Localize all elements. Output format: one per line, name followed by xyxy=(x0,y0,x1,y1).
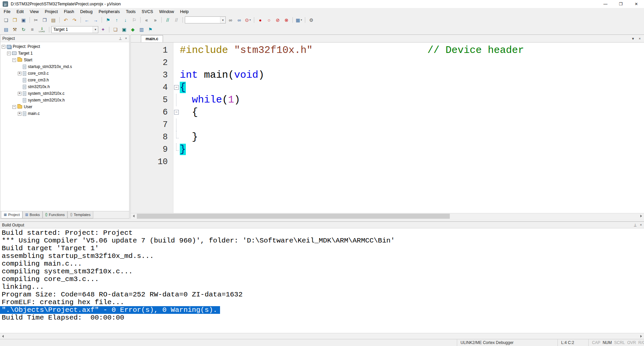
tree-item-project-project[interactable]: −Project: Project xyxy=(0,43,129,50)
editor-close-icon[interactable]: × xyxy=(639,37,641,41)
scroll-right-icon[interactable] xyxy=(638,333,644,339)
menu-view[interactable]: View xyxy=(27,9,42,15)
chevron-down-icon[interactable]: ▾ xyxy=(220,17,225,23)
pin-icon[interactable]: ⊤ xyxy=(634,223,637,227)
code-line-5[interactable]: 5 while(1) xyxy=(131,94,644,106)
insert-flag-button[interactable]: ⚑ xyxy=(146,26,154,33)
collapse-icon[interactable]: − xyxy=(12,58,16,62)
code-line-6[interactable]: 6− { xyxy=(131,106,644,119)
download-button[interactable]: ⇓LOAD xyxy=(37,26,47,33)
undo-button[interactable]: ↶ xyxy=(62,16,70,24)
code-line-10[interactable]: 10 xyxy=(131,156,644,168)
pin-icon[interactable]: ⊤ xyxy=(119,36,122,41)
build-output-hscrollbar[interactable] xyxy=(0,333,644,339)
scroll-left-icon[interactable] xyxy=(0,333,6,339)
target-select[interactable]: Target 1▾ xyxy=(51,26,98,33)
tab-main-c[interactable]: main.c xyxy=(141,35,163,42)
batch-build-button[interactable]: ≡ xyxy=(28,26,36,33)
tree-item-stm32f10x-h[interactable]: stm32f10x.h xyxy=(0,83,129,90)
new-file-button[interactable]: ❏ xyxy=(2,16,10,24)
manage-project-items-button[interactable]: ❏ xyxy=(111,26,119,33)
code-area[interactable]: 1#include "stm32f10x.h" // Device header… xyxy=(131,43,644,213)
menu-window[interactable]: Window xyxy=(156,9,177,15)
insert-remove-breakpoint-button[interactable]: ● xyxy=(256,16,264,24)
toggle-bookmark-button[interactable]: ⚑ xyxy=(104,16,112,24)
uncomment-selection-button[interactable]: // xyxy=(172,16,180,24)
manage-rte-button[interactable]: ◆ xyxy=(129,26,137,33)
menu-file[interactable]: File xyxy=(1,9,13,15)
menu-flash[interactable]: Flash xyxy=(61,9,77,15)
tree-item-startup-stm32f10x-md-s[interactable]: startup_stm32f10x_md.s xyxy=(0,63,129,70)
menu-edit[interactable]: Edit xyxy=(13,9,27,15)
rebuild-button[interactable]: ↻ xyxy=(19,26,28,33)
close-button[interactable]: ✕ xyxy=(629,0,644,8)
next-bookmark-button[interactable]: ↓ xyxy=(121,16,129,24)
build-output-close-icon[interactable]: × xyxy=(640,223,642,227)
paste-button[interactable]: ▤ xyxy=(49,16,57,24)
tree-item-main-c[interactable]: +main.c xyxy=(0,110,129,117)
build-button[interactable]: ⚒ xyxy=(11,26,19,33)
find-button[interactable]: ∞ xyxy=(235,16,243,24)
tree-item-target-1[interactable]: −Target 1 xyxy=(0,50,129,57)
tree-item-core-cm3-c[interactable]: +core_cm3.c xyxy=(0,70,129,77)
tree-item-user[interactable]: −User xyxy=(0,103,129,110)
collapse-icon[interactable]: − xyxy=(12,105,16,109)
panel-tab-functions[interactable]: {}Functions xyxy=(43,211,67,218)
tree-item-system-stm32f10x-h[interactable]: system_stm32f10x.h xyxy=(0,97,129,103)
tab-list-icon[interactable]: ▼ xyxy=(631,37,635,41)
menu-help[interactable]: Help xyxy=(177,9,192,15)
menu-debug[interactable]: Debug xyxy=(77,9,96,15)
panel-tab-books[interactable]: ▥Books xyxy=(22,211,43,218)
books-button[interactable]: ▥ xyxy=(138,26,146,33)
project-panel-close-icon[interactable]: × xyxy=(125,36,127,41)
code-line-8[interactable]: 8 } xyxy=(131,131,644,143)
tree-item-system-stm32f10x-c[interactable]: +system_stm32f10x.c xyxy=(0,90,129,97)
unindent-button[interactable]: « xyxy=(143,16,151,24)
panel-tab-templates[interactable]: {}Templates xyxy=(67,211,93,218)
tree-item-start[interactable]: −Start xyxy=(0,57,129,63)
incremental-find-button[interactable]: ⊙▾ xyxy=(244,16,252,24)
menu-svcs[interactable]: SVCS xyxy=(139,9,156,15)
copy-button[interactable]: ❐ xyxy=(41,16,49,24)
indent-button[interactable]: » xyxy=(151,16,159,24)
clear-all-bookmarks-button[interactable]: ⚐ xyxy=(130,16,138,24)
tree-item-core-cm3-h[interactable]: core_cm3.h xyxy=(0,77,129,83)
translate-button[interactable]: ▤ xyxy=(2,26,10,33)
find-text-combo[interactable]: ▾ xyxy=(185,16,226,23)
build-output-content[interactable]: Build started: Project: Project*** Using… xyxy=(0,228,644,333)
fold-collapse-icon[interactable]: − xyxy=(174,110,179,115)
save-button[interactable]: ▣ xyxy=(19,16,28,24)
editor-hscrollbar[interactable] xyxy=(131,213,644,219)
configure-button[interactable]: ⚙ xyxy=(307,16,315,24)
kill-all-breakpoints-button[interactable]: ⊗ xyxy=(282,16,290,24)
editor-hscroll-thumb[interactable] xyxy=(137,214,450,219)
code-line-2[interactable]: 2 xyxy=(131,57,644,69)
cut-button[interactable]: ✂ xyxy=(32,16,40,24)
fold-collapse-icon[interactable]: − xyxy=(174,85,179,90)
code-line-9[interactable]: 9} xyxy=(131,143,644,156)
scroll-right-icon[interactable] xyxy=(638,213,644,219)
code-line-7[interactable]: 7 xyxy=(131,119,644,131)
options-for-target-button[interactable]: ✦ xyxy=(99,26,107,33)
chevron-down-icon[interactable]: ▾ xyxy=(93,26,98,33)
collapse-icon[interactable]: − xyxy=(7,52,11,55)
find-in-files-button[interactable]: ∞ xyxy=(226,16,234,24)
expand-icon[interactable]: + xyxy=(18,112,21,116)
navigate-forward-button[interactable]: → xyxy=(92,16,100,24)
open-file-button[interactable]: ❒ xyxy=(11,16,19,24)
code-line-4[interactable]: 4−{ xyxy=(131,81,644,94)
scroll-left-icon[interactable] xyxy=(131,213,137,219)
collapse-icon[interactable]: − xyxy=(2,45,5,49)
menu-project[interactable]: Project xyxy=(42,9,61,15)
code-line-3[interactable]: 3int main(void) xyxy=(131,69,644,81)
code-line-1[interactable]: 1#include "stm32f10x.h" // Device header xyxy=(131,44,644,57)
minimize-button[interactable]: — xyxy=(598,0,613,8)
previous-bookmark-button[interactable]: ↑ xyxy=(113,16,121,24)
disable-all-breakpoints-button[interactable]: ⊘ xyxy=(274,16,282,24)
debug-windows-button[interactable]: ▦▾ xyxy=(295,16,303,24)
expand-icon[interactable]: + xyxy=(18,72,21,75)
pack-installer-button[interactable]: ▣ xyxy=(120,26,128,33)
menu-peripherals[interactable]: Peripherals xyxy=(96,9,123,15)
restore-button[interactable]: ❐ xyxy=(613,0,629,8)
panel-tab-project[interactable]: ▦Project xyxy=(1,211,22,218)
